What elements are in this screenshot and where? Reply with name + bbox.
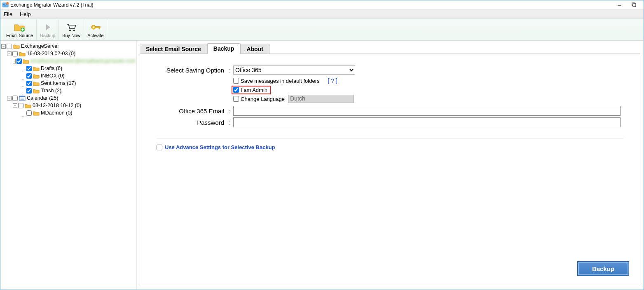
svg-rect-11 <box>99 28 100 29</box>
tree-node[interactable]: − emailbackupmaster@emailbackupmaster.co… <box>1 57 136 65</box>
toolbar: Email Source Backup Buy Now Activate <box>0 19 644 41</box>
title-bar: Exchange Migrator Wizard v7.2 (Trial) <box>0 0 644 9</box>
tree-node-mdaemon[interactable]: MDaemon (0) <box>1 109 136 117</box>
folder-icon <box>19 51 26 56</box>
tree-node-calendar[interactable]: − Calendar (25) <box>1 94 136 102</box>
tree-node-sent[interactable]: Sent Items (17) <box>1 80 136 87</box>
window-title: Exchange Migrator Wizard v7.2 (Trial) <box>10 2 94 8</box>
svg-point-1 <box>6 2 9 5</box>
minimize-button[interactable] <box>617 2 623 7</box>
row-i-am-admin: I am Admin <box>232 85 623 94</box>
cart-icon <box>66 21 77 33</box>
tool-activate[interactable]: Activate <box>84 19 107 40</box>
tree-node-root[interactable]: − ExchangeServer <box>1 42 136 50</box>
folder-icon <box>33 88 40 94</box>
tree-label: 03-12-2018 10-12 (0) <box>33 103 81 108</box>
tree-checkbox[interactable] <box>16 58 22 64</box>
tree-label: INBOX (0) <box>41 73 65 79</box>
label-email: Office 365 Email <box>157 108 227 115</box>
tree-node-trash[interactable]: Trash (2) <box>1 87 136 94</box>
tool-buy-now[interactable]: Buy Now <box>59 19 84 40</box>
content-panel: Select Email Source Backup About Select … <box>137 41 644 290</box>
row-email: Office 365 Email : <box>157 106 623 116</box>
maximize-button[interactable] <box>631 2 637 7</box>
folder-icon <box>33 80 40 86</box>
tree-label: Sent Items (17) <box>41 80 76 86</box>
calendar-icon <box>19 95 26 101</box>
row-save-default: Save messages in default folders [ ? ] <box>233 76 623 85</box>
menu-help[interactable]: Help <box>20 11 31 17</box>
tree-checkbox[interactable] <box>26 81 32 86</box>
tab-strip: Select Email Source Backup About <box>140 43 644 54</box>
select-saving-option[interactable]: Office 365 <box>233 65 355 75</box>
label-change-language: Change Language <box>241 96 285 102</box>
collapse-icon[interactable]: − <box>7 51 12 56</box>
play-icon <box>43 21 53 33</box>
checkbox-i-am-admin[interactable] <box>233 87 239 93</box>
collapse-icon[interactable]: − <box>1 44 6 49</box>
label-saving-option: Select Saving Option <box>157 67 227 74</box>
tab-select-source[interactable]: Select Email Source <box>140 44 207 54</box>
menu-file[interactable]: File <box>4 11 12 17</box>
folder-icon <box>33 110 40 116</box>
folder-icon <box>13 43 20 49</box>
tool-backup[interactable]: Backup <box>37 19 59 40</box>
tree-node-drafts[interactable]: Drafts (6) <box>1 65 136 72</box>
tree-checkbox[interactable] <box>26 88 32 94</box>
label-i-am-admin: I am Admin <box>241 87 267 93</box>
svg-point-7 <box>73 29 75 31</box>
tree-checkbox[interactable] <box>7 44 12 49</box>
row-saving-option: Select Saving Option : Office 365 <box>157 65 623 75</box>
collapse-icon[interactable]: − <box>13 59 16 63</box>
tree-label: Drafts (6) <box>41 65 62 71</box>
folder-icon <box>33 73 40 79</box>
checkbox-change-language[interactable] <box>233 96 239 102</box>
label-password: Password <box>157 119 227 126</box>
tab-backup[interactable]: Backup <box>207 43 241 54</box>
svg-rect-13 <box>19 96 25 97</box>
app-icon <box>2 2 9 8</box>
highlight-admin: I am Admin <box>232 86 271 94</box>
svg-point-9 <box>93 26 94 28</box>
tree-node[interactable]: − 03-12-2018 10-12 (0) <box>1 102 136 109</box>
row-password: Password : <box>157 117 623 127</box>
tree-label: emailbackupmaster@emailbackupmaster.com <box>30 58 136 64</box>
tree-node-inbox[interactable]: INBOX (0) <box>1 72 136 80</box>
tool-label: Backup <box>40 33 55 38</box>
tree-checkbox[interactable] <box>26 73 32 79</box>
checkbox-advance-settings[interactable] <box>157 145 162 150</box>
checkbox-save-default[interactable] <box>233 78 239 84</box>
select-language[interactable]: Dutch <box>288 95 354 103</box>
input-email[interactable] <box>233 106 621 116</box>
tree-node[interactable]: − 16-03-2019 02-03 (0) <box>1 50 136 57</box>
input-password[interactable] <box>233 117 621 127</box>
tab-body: Select Saving Option : Office 365 Save m… <box>140 54 640 286</box>
tree-label: 16-03-2019 02-03 (0) <box>27 51 75 56</box>
collapse-icon[interactable]: − <box>13 103 17 108</box>
svg-rect-4 <box>633 4 636 7</box>
tab-about[interactable]: About <box>240 44 269 54</box>
label-advance-settings: Use Advance Settings for Selective Backu… <box>165 144 275 150</box>
svg-point-6 <box>69 29 71 31</box>
tree-panel: − ExchangeServer − 16-03-2019 02-03 (0) … <box>0 41 137 290</box>
collapse-icon[interactable]: − <box>7 96 12 101</box>
tool-label: Activate <box>87 33 103 38</box>
folder-icon <box>33 65 40 71</box>
label-save-default: Save messages in default folders <box>241 78 320 84</box>
tree-label: MDaemon (0) <box>41 110 72 116</box>
backup-button[interactable]: Backup <box>577 261 629 276</box>
tree-checkbox[interactable] <box>12 96 18 101</box>
help-link[interactable]: [ ? ] <box>328 77 337 84</box>
tree-checkbox[interactable] <box>26 66 32 71</box>
tool-email-source[interactable]: Email Source <box>3 19 37 40</box>
tree-checkbox[interactable] <box>18 103 23 108</box>
main-split: − ExchangeServer − 16-03-2019 02-03 (0) … <box>0 41 644 290</box>
separator <box>157 138 623 138</box>
tool-label: Email Source <box>6 33 33 38</box>
tool-label: Buy Now <box>62 33 80 38</box>
tree-checkbox[interactable] <box>12 51 18 56</box>
tree-checkbox[interactable] <box>26 110 32 116</box>
folder-add-icon <box>14 21 26 33</box>
key-icon <box>90 21 101 33</box>
row-advance-settings: Use Advance Settings for Selective Backu… <box>157 144 623 150</box>
